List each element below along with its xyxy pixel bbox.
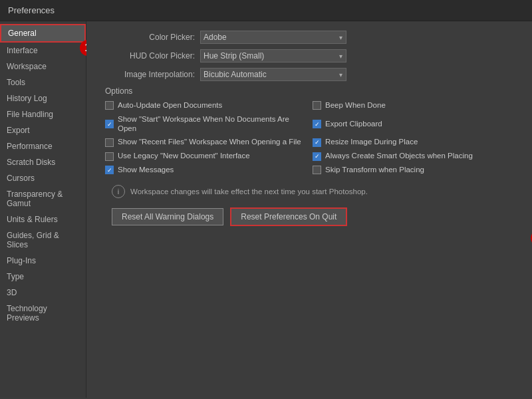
sidebar-item-technology-previews[interactable]: Technology Previews [0, 301, 86, 326]
checkbox-show-start[interactable] [105, 120, 114, 128]
option-auto-update: Auto-Update Open Documents [105, 101, 313, 110]
hud-color-picker-select[interactable]: Hue Strip (Small) [200, 49, 346, 63]
options-grid: Auto-Update Open Documents Beep When Don… [105, 101, 520, 180]
image-interpolation-select[interactable]: Bicubic Automatic [200, 68, 346, 81]
option-export-clipboard-label: Export Clipboard [325, 120, 382, 129]
checkbox-auto-update[interactable] [105, 101, 114, 110]
checkbox-beep-when-done[interactable] [313, 101, 321, 110]
option-show-recent: Show "Recent Files" Workspace When Openi… [105, 138, 313, 147]
option-show-messages: Show Messages [105, 166, 313, 175]
hud-color-picker-select-wrapper: Hue Strip (Small) [200, 49, 346, 63]
option-beep-when-done: Beep When Done [313, 101, 520, 110]
option-show-start-label: Show "Start" Workspace When No Documents… [118, 115, 307, 134]
sidebar-item-performance[interactable]: Performance [0, 138, 86, 154]
option-use-legacy: Use Legacy "New Document" Interface [105, 152, 313, 161]
sidebar-item-units-rulers[interactable]: Units & Rulers [0, 211, 86, 227]
option-export-clipboard: Export Clipboard [313, 115, 520, 134]
image-interpolation-label: Image Interpolation: [98, 70, 195, 79]
color-picker-label: Color Picker: [98, 33, 195, 42]
sidebar-item-general[interactable]: General [0, 24, 86, 43]
option-beep-when-done-label: Beep When Done [325, 101, 386, 110]
reset-warning-button[interactable]: Reset All Warning Dialogs [112, 208, 223, 225]
sidebar-item-cursors[interactable]: Cursors [0, 170, 86, 186]
option-always-create-smart-label: Always Create Smart Objects when Placing [325, 152, 473, 161]
image-interpolation-row: Image Interpolation: Bicubic Automatic [98, 68, 520, 81]
reset-prefs-button[interactable]: Reset Preferences On Quit [230, 207, 347, 226]
option-skip-transform-label: Skip Transform when Placing [325, 166, 424, 175]
option-always-create-smart: Always Create Smart Objects when Placing [313, 152, 520, 161]
options-section: Options Auto-Update Open Documents Beep … [105, 86, 520, 226]
sidebar-item-plug-ins[interactable]: Plug-Ins [0, 253, 86, 269]
checkbox-skip-transform[interactable] [313, 166, 321, 174]
sidebar-item-guides-grid-slices[interactable]: Guides, Grid & Slices [0, 227, 86, 253]
color-picker-select-wrapper: Adobe [200, 31, 346, 44]
window-title: Preferences [8, 5, 55, 15]
info-icon: i [112, 185, 125, 198]
sidebar-item-tools[interactable]: Tools [0, 74, 86, 90]
checkbox-resize-image[interactable] [313, 138, 321, 147]
title-bar: Preferences [0, 0, 532, 21]
sidebar-item-3d[interactable]: 3D [0, 285, 86, 301]
image-interpolation-select-wrapper: Bicubic Automatic [200, 68, 346, 81]
checkbox-use-legacy[interactable] [105, 152, 114, 161]
option-resize-image: Resize Image During Place [313, 138, 520, 147]
checkbox-show-messages[interactable] [105, 166, 114, 174]
checkbox-show-recent[interactable] [105, 138, 114, 147]
option-show-messages-label: Show Messages [118, 166, 174, 175]
option-use-legacy-label: Use Legacy "New Document" Interface [118, 152, 250, 161]
sidebar-item-history-log[interactable]: History Log [0, 90, 86, 106]
option-auto-update-label: Auto-Update Open Documents [118, 101, 222, 110]
content-area: Color Picker: Adobe HUD Color Picker: Hu… [86, 21, 532, 398]
hud-color-picker-row: HUD Color Picker: Hue Strip (Small) [98, 49, 520, 63]
checkbox-export-clipboard[interactable] [313, 120, 321, 128]
hud-color-picker-label: HUD Color Picker: [98, 51, 195, 61]
info-row: i Workspace changes will take effect the… [112, 185, 520, 198]
color-picker-row: Color Picker: Adobe [98, 31, 520, 44]
sidebar-item-transparency-gamut[interactable]: Transparency & Gamut [0, 186, 86, 211]
option-resize-image-label: Resize Image During Place [325, 138, 418, 147]
buttons-row: Reset All Warning Dialogs Reset Preferen… [112, 207, 520, 226]
color-picker-select[interactable]: Adobe [200, 31, 346, 44]
option-show-recent-label: Show "Recent Files" Workspace When Openi… [118, 138, 301, 147]
checkbox-always-create-smart[interactable] [313, 152, 321, 161]
options-title: Options [105, 86, 520, 96]
option-show-start: Show "Start" Workspace When No Documents… [105, 115, 313, 134]
sidebar-item-workspace[interactable]: Workspace [0, 59, 86, 74]
sidebar-item-scratch-disks[interactable]: Scratch Disks [0, 154, 86, 170]
sidebar-item-file-handling[interactable]: File Handling [0, 106, 86, 122]
sidebar-item-interface[interactable]: Interface [0, 43, 86, 59]
sidebar: 1 General Interface Workspace Tools Hist… [0, 21, 86, 398]
sidebar-item-type[interactable]: Type [0, 269, 86, 285]
option-skip-transform: Skip Transform when Placing [313, 166, 520, 175]
info-text: Workspace changes will take effect the n… [130, 188, 368, 196]
sidebar-item-export[interactable]: Export [0, 122, 86, 138]
